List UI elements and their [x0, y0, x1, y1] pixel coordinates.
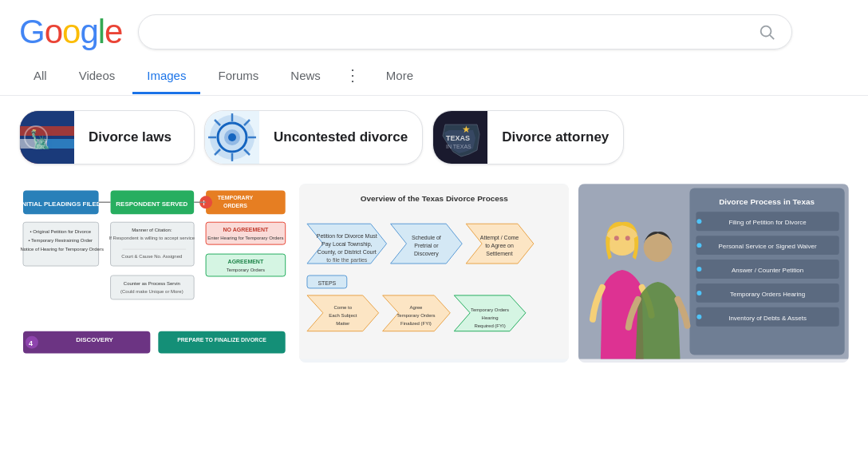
svg-text:Court & Cause No. Assigned: Court & Cause No. Assigned [121, 254, 182, 259]
svg-text:Temporary Orders: Temporary Orders [227, 268, 265, 272]
svg-text:Petition for Divorce Must: Petition for Divorce Must [316, 233, 377, 239]
svg-text:Finalized (FYI): Finalized (FYI) [400, 321, 432, 326]
svg-text:PREPARE TO FINALIZE DIVORCE: PREPARE TO FINALIZE DIVORCE [177, 337, 266, 343]
chip-label-uncontested: Uncontested divorce [259, 129, 422, 145]
chip-img-attorney: TEXAS IN TEXAS ★ [433, 110, 487, 165]
svg-text:TEMPORARY: TEMPORARY [218, 195, 254, 200]
svg-text:Matter: Matter [336, 321, 349, 326]
svg-point-105 [697, 267, 702, 272]
logo-g2: g [80, 13, 97, 50]
svg-text:Filing of Petition for Divorce: Filing of Petition for Divorce [729, 219, 807, 226]
svg-rect-61 [299, 184, 570, 359]
result-svg-3: Divorce Process in Texas Filing of Petit… [578, 184, 849, 359]
result-card-1[interactable]: INITIAL PLEADINGS FILED RESPONDENT SERVE… [19, 184, 290, 363]
svg-text:INITIAL PLEADINGS FILED: INITIAL PLEADINGS FILED [20, 200, 101, 208]
svg-text:IN TEXAS: IN TEXAS [446, 144, 471, 149]
logo-e: e [105, 13, 122, 50]
google-logo[interactable]: Google [19, 13, 122, 51]
svg-point-103 [697, 219, 702, 224]
chips-row: 🗽 Divorce laws [0, 96, 868, 177]
chip-img-svg-1: 🗽 [20, 110, 74, 165]
svg-point-104 [697, 243, 702, 248]
svg-text:Pretrial or: Pretrial or [414, 243, 439, 248]
search-icon [758, 23, 775, 41]
svg-text:Hearing: Hearing [481, 315, 498, 320]
svg-text:Pay Local Township,: Pay Local Township, [322, 241, 372, 248]
search-bar[interactable]: Navigating the Divorce Process in Texas [138, 14, 792, 50]
svg-text:4: 4 [29, 339, 33, 347]
svg-text:to file the parties: to file the parties [326, 257, 368, 264]
svg-point-106 [697, 291, 702, 295]
header: Google Navigating the Divorce Process in… [0, 0, 868, 57]
result-svg-1: INITIAL PLEADINGS FILED RESPONDENT SERVE… [19, 184, 290, 359]
svg-text:RESPONDENT SERVED: RESPONDENT SERVED [116, 200, 187, 208]
svg-point-111 [644, 233, 673, 262]
svg-point-110 [625, 236, 630, 240]
chip-divorce-laws[interactable]: 🗽 Divorce laws [19, 110, 195, 165]
chip-img-uncontested [205, 110, 259, 165]
svg-text:Enter Hearing for Temporary Or: Enter Hearing for Temporary Orders [207, 236, 283, 240]
svg-text:STEPS: STEPS [318, 280, 336, 286]
svg-text:• Original Petition for Divorc: • Original Petition for Divorce [30, 229, 92, 234]
svg-text:Temporary Orders: Temporary Orders [471, 307, 509, 312]
result-card-3[interactable]: Divorce Process in Texas Filing of Petit… [578, 184, 849, 363]
svg-text:Agree: Agree [409, 305, 423, 310]
svg-text:County, or District Court: County, or District Court [318, 249, 377, 256]
chip-img-divorce-laws: 🗽 [20, 110, 74, 165]
svg-text:Temporary Orders Hearing: Temporary Orders Hearing [730, 291, 805, 298]
svg-text:If Respondent is willing to ac: If Respondent is willing to accept servi… [109, 236, 195, 240]
svg-text:• Temporary Restraining Order: • Temporary Restraining Order [28, 238, 93, 243]
nav-tabs: All Videos Images Forums News ⋮ More [0, 57, 868, 96]
svg-text:Inventory of Debts & Assets: Inventory of Debts & Assets [729, 315, 807, 322]
tab-images[interactable]: Images [132, 59, 200, 94]
logo-o2: o [62, 13, 80, 50]
tab-forums[interactable]: Forums [203, 59, 273, 94]
svg-rect-52 [111, 276, 195, 299]
svg-text:DISCOVERY: DISCOVERY [76, 336, 113, 343]
svg-text:🗽: 🗽 [30, 129, 52, 150]
chip-label-attorney: Divorce attorney [487, 129, 623, 145]
svg-rect-46 [206, 222, 286, 244]
svg-text:Personal Service or Signed Wai: Personal Service or Signed Waiver [719, 243, 817, 250]
svg-rect-5 [47, 139, 74, 149]
svg-text:Answer / Counter Petition: Answer / Counter Petition [732, 267, 803, 274]
tab-videos[interactable]: Videos [65, 59, 130, 94]
svg-text:to Agree on: to Agree on [485, 243, 514, 249]
svg-text:Temporary Orders: Temporary Orders [397, 313, 435, 318]
svg-text:Overview of the Texas Divorce : Overview of the Texas Divorce Process [360, 194, 508, 203]
svg-text:Schedule of: Schedule of [412, 235, 441, 240]
svg-point-107 [697, 315, 702, 319]
svg-text:Counter as Process Servin: Counter as Process Servin [124, 281, 180, 286]
result-card-2[interactable]: Overview of the Texas Divorce Process Pe… [299, 184, 570, 363]
tab-more-dots[interactable]: ⋮ [338, 57, 369, 95]
svg-point-20 [228, 133, 236, 141]
chip-img-svg-2 [205, 110, 259, 165]
logo-g: G [19, 13, 45, 50]
svg-text:NO AGREEMENT: NO AGREEMENT [223, 227, 269, 232]
svg-text:Required (FYI): Required (FYI) [474, 323, 505, 328]
svg-text:Manner of Citation:: Manner of Citation: [132, 228, 172, 232]
svg-text:TEXAS: TEXAS [446, 134, 470, 142]
svg-text:• Notice of Hearing for Tempor: • Notice of Hearing for Temporary Orders [19, 247, 104, 252]
chip-divorce-attorney[interactable]: TEXAS IN TEXAS ★ Divorce attorney [432, 110, 624, 165]
svg-text:ORDERS: ORDERS [223, 203, 247, 208]
chip-label-divorce-laws: Divorce laws [74, 129, 186, 145]
svg-text:AGREEMENT: AGREEMENT [228, 259, 264, 264]
svg-point-0 [761, 26, 771, 37]
tab-more[interactable]: More [372, 59, 428, 94]
logo-o1: o [45, 13, 62, 50]
tab-all[interactable]: All [19, 59, 61, 94]
svg-text:(Could make Unique or More): (Could make Unique or More) [120, 289, 183, 294]
search-input[interactable]: Navigating the Divorce Process in Texas [155, 24, 752, 41]
results-grid: INITIAL PLEADINGS FILED RESPONDENT SERVE… [0, 177, 868, 363]
svg-text:★: ★ [462, 124, 471, 135]
result-svg-2: Overview of the Texas Divorce Process Pe… [299, 184, 570, 359]
svg-rect-49 [206, 254, 286, 276]
chip-uncontested-divorce[interactable]: Uncontested divorce [204, 110, 423, 165]
svg-text:Each Subject: Each Subject [329, 313, 357, 318]
logo-l: l [98, 13, 105, 50]
svg-text:Attempt / Come: Attempt / Come [479, 235, 519, 241]
svg-text:Discovery: Discovery [414, 251, 439, 257]
svg-text:Divorce Process in Texas: Divorce Process in Texas [719, 197, 815, 206]
tab-news[interactable]: News [276, 59, 335, 94]
